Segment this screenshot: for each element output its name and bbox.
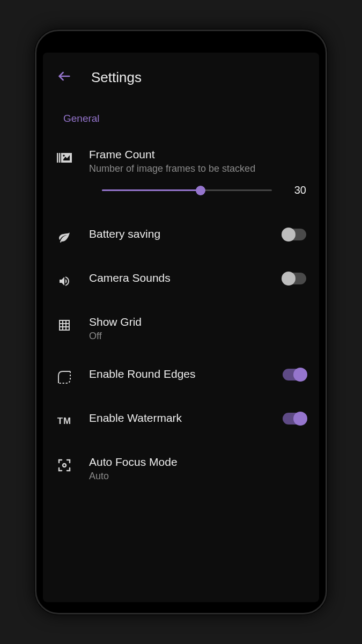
- frame-count-slider[interactable]: [102, 189, 272, 191]
- page-title: Settings: [91, 69, 142, 86]
- auto-focus-value: Auto: [89, 471, 306, 482]
- svg-rect-2: [59, 153, 61, 163]
- round-edges-toggle[interactable]: [283, 369, 306, 380]
- grid-icon: [56, 317, 73, 334]
- auto-focus-title: Auto Focus Mode: [89, 456, 306, 469]
- header: Settings: [54, 69, 308, 86]
- battery-saving-toggle[interactable]: [283, 229, 306, 240]
- round-edges-icon: [56, 369, 73, 386]
- arrow-left-icon: [57, 69, 72, 84]
- setting-show-grid[interactable]: Show Grid Off: [54, 316, 308, 342]
- phone-volume-button: [327, 246, 327, 321]
- watermark-title: Enable Watermark: [89, 412, 283, 425]
- slider-thumb[interactable]: [196, 186, 205, 195]
- toggle-knob: [293, 368, 307, 382]
- frame-count-subtitle: Number of image frames to be stacked: [89, 163, 306, 174]
- setting-battery-saving[interactable]: Battery saving: [54, 228, 308, 246]
- show-grid-title: Show Grid: [89, 316, 306, 328]
- setting-camera-sounds[interactable]: Camera Sounds: [54, 272, 308, 290]
- section-header-general: General: [54, 113, 308, 125]
- round-edges-title: Enable Round Edges: [89, 368, 283, 380]
- slider-fill: [102, 189, 201, 191]
- toggle-knob: [282, 272, 295, 286]
- speaker-icon: [56, 273, 73, 290]
- svg-rect-1: [57, 153, 58, 163]
- svg-point-5: [63, 155, 65, 157]
- phone-power-button: [327, 138, 327, 181]
- svg-rect-6: [60, 320, 69, 330]
- stack-frames-icon: [56, 149, 73, 166]
- svg-point-11: [63, 464, 66, 467]
- focus-icon: [56, 457, 73, 474]
- phone-frame: Settings General Frame Count Number of i…: [35, 30, 327, 614]
- trademark-icon: TM: [56, 413, 73, 430]
- frame-count-value: 30: [285, 184, 306, 196]
- frame-count-title: Frame Count: [89, 148, 306, 161]
- setting-frame-count[interactable]: Frame Count Number of image frames to be…: [54, 148, 308, 196]
- camera-sounds-toggle[interactable]: [283, 273, 306, 284]
- back-button[interactable]: [57, 69, 72, 86]
- setting-round-edges[interactable]: Enable Round Edges: [54, 368, 308, 386]
- leaf-icon: [56, 229, 73, 246]
- setting-auto-focus[interactable]: Auto Focus Mode Auto: [54, 456, 308, 482]
- toggle-knob: [282, 228, 295, 241]
- camera-sounds-title: Camera Sounds: [89, 272, 283, 284]
- frame-count-slider-container: 30: [89, 184, 306, 196]
- setting-watermark[interactable]: TM Enable Watermark: [54, 412, 308, 430]
- toggle-knob: [293, 412, 307, 426]
- watermark-toggle[interactable]: [283, 413, 306, 425]
- battery-saving-title: Battery saving: [89, 228, 283, 240]
- screen: Settings General Frame Count Number of i…: [43, 53, 319, 602]
- show-grid-value: Off: [89, 331, 306, 342]
